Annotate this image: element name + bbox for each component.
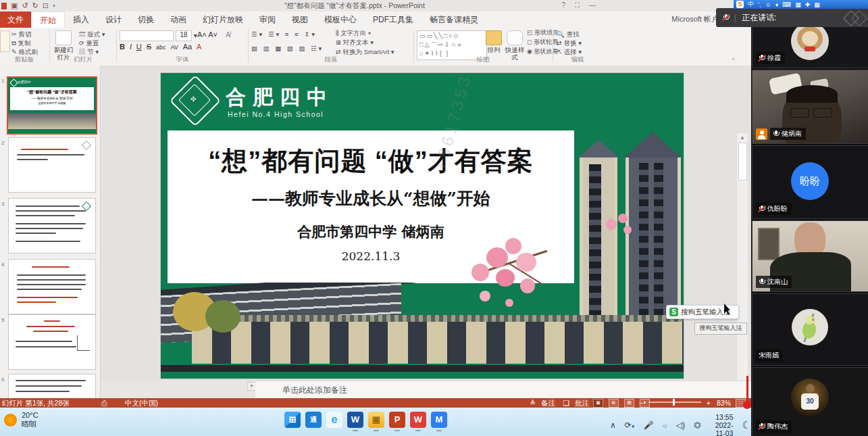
- thumbnail-slide-5[interactable]: [8, 314, 96, 370]
- ime-skin-icon[interactable]: ✚: [805, 1, 811, 8]
- wps-icon[interactable]: W: [410, 412, 426, 428]
- strikethrough-button[interactable]: S: [147, 43, 151, 51]
- thumbnail-slide-2[interactable]: [8, 137, 96, 193]
- file-explorer-icon[interactable]: ▣: [368, 412, 384, 428]
- find-button[interactable]: 🔍 查找: [557, 30, 580, 39]
- slide-thumbnail-pane[interactable]: 1 合肥四中 “想”都有问题 “做”才有答案 ——教师专业成长从“想做”开始 合…: [0, 66, 101, 398]
- notes-pane[interactable]: 单击此处添加备注: [255, 381, 751, 399]
- notes-toggle[interactable]: ≜备注: [530, 398, 555, 408]
- reset-button[interactable]: ⟳ 重置: [79, 39, 99, 47]
- tab-file[interactable]: 文件: [0, 11, 31, 28]
- bold-button[interactable]: B: [120, 43, 125, 51]
- participant-tile-taoweijie[interactable]: 30 陶伟杰: [752, 367, 868, 436]
- zoom-out-icon[interactable]: −: [639, 398, 643, 408]
- scroll-up-icon[interactable]: ▲: [737, 135, 748, 141]
- tab-changyan[interactable]: 畅言备课精灵: [422, 11, 486, 28]
- language-status[interactable]: 中文(中国): [125, 398, 158, 408]
- changyan-app-icon[interactable]: 通: [305, 412, 322, 428]
- tab-review[interactable]: 审阅: [251, 11, 284, 28]
- taskbar: 20°C晴朗 ⊞ 通 e W ▣ P W M ∧ ⟳● 🎤 ⌔ ◁) ⏣ 13:…: [0, 408, 751, 436]
- participant-tile-qiupanpan[interactable]: 盼盼 仇盼盼: [752, 145, 868, 219]
- slide-canvas[interactable]: ✣ 合肥四中 Hefei No.4 High School “想”都有问题 “做…: [161, 73, 684, 379]
- tab-slideshow[interactable]: 幻灯片放映: [195, 11, 251, 28]
- paste-button[interactable]: [0, 30, 10, 52]
- ime-voice-icon[interactable]: ♦: [775, 1, 779, 8]
- minimize-button[interactable]: —: [589, 1, 596, 9]
- accessibility-icon[interactable]: ⎙: [101, 398, 107, 408]
- microsoft-account[interactable]: Microsoft 帐户: [671, 14, 719, 24]
- ribbon-options-button[interactable]: ⛶: [575, 1, 580, 9]
- notes-placeholder[interactable]: 单击此处添加备注: [282, 385, 347, 396]
- thumbnail-slide-3[interactable]: [8, 198, 96, 253]
- tab-transitions[interactable]: 切换: [130, 11, 162, 28]
- ime-keyboard-icon[interactable]: ⌨: [782, 1, 791, 8]
- zoom-control[interactable]: − +: [639, 398, 711, 408]
- tab-design[interactable]: 设计: [97, 11, 130, 28]
- ime-mode-chinese[interactable]: 中: [748, 0, 754, 9]
- tab-home[interactable]: 开始: [31, 11, 65, 28]
- system-tray: ∧ ⟳● 🎤 ⌔ ◁) ⏣ 13:55 2022-11-03 ☾: [610, 413, 751, 436]
- shadow-button[interactable]: abc: [156, 44, 166, 51]
- tab-view[interactable]: 视图: [284, 11, 316, 28]
- ie-browser-icon[interactable]: e: [326, 412, 342, 428]
- collapse-ribbon-icon[interactable]: ⌃: [731, 57, 736, 64]
- participant-tile-shennanshan[interactable]: 沈南山: [752, 220, 868, 292]
- zoom-slider[interactable]: [648, 402, 701, 403]
- thumbnail-slide-4[interactable]: [8, 259, 96, 314]
- change-case-button[interactable]: Aa: [183, 43, 192, 51]
- hidden-icons-chevron[interactable]: ∧: [610, 420, 616, 430]
- participant-tile-chubingnan[interactable]: 储炳南: [752, 70, 868, 144]
- tab-template-center[interactable]: 模板中心: [316, 11, 365, 28]
- char-spacing-button[interactable]: AV: [170, 44, 178, 51]
- italic-button[interactable]: I: [130, 43, 132, 51]
- clock[interactable]: 13:55 2022-11-03: [710, 413, 734, 436]
- align-text-button[interactable]: ⊞ 对齐文本 ▾: [336, 38, 374, 47]
- normal-view-icon[interactable]: ▣: [593, 399, 603, 408]
- mic-tray-icon[interactable]: 🎤: [644, 420, 654, 430]
- ime-punctuation-icon[interactable]: ’,: [758, 1, 761, 8]
- copy-button[interactable]: ⧉ 复制: [11, 39, 30, 47]
- thumbnail-slide-6[interactable]: [8, 374, 96, 398]
- weather-desc: 晴朗: [22, 420, 39, 429]
- volume-icon[interactable]: ◁): [676, 420, 685, 430]
- grow-font-button[interactable]: A˄ A˅: [197, 30, 218, 39]
- tab-pdf-tools[interactable]: PDF工具集: [365, 11, 422, 28]
- arrange-button[interactable]: 排列: [485, 29, 503, 53]
- weather-widget[interactable]: 20°C晴朗: [4, 411, 39, 429]
- font-size-input[interactable]: 18 ▾: [176, 30, 197, 41]
- word-icon[interactable]: W: [347, 412, 363, 428]
- zoom-in-icon[interactable]: +: [707, 398, 711, 408]
- clear-format-button[interactable]: A̸: [226, 30, 230, 39]
- participant-tile-songyuyan[interactable]: 宋雨嫣: [752, 293, 868, 366]
- meeting-app-icon[interactable]: M: [431, 412, 447, 428]
- ime-toolbar[interactable]: S 中 ’, ☺ ♦ ⌨ ▦ ✚ ▩: [734, 0, 868, 9]
- reading-view-icon[interactable]: ▤: [624, 399, 634, 408]
- tab-animations[interactable]: 动画: [162, 11, 195, 28]
- slide-sorter-icon[interactable]: ⊞: [609, 399, 619, 408]
- layout-button[interactable]: ▤ 版式 ▾: [79, 30, 105, 39]
- align-buttons[interactable]: ▤ ▥ ▦ ▧ ▨ ☷▾: [251, 44, 324, 53]
- night-mode-icon[interactable]: ☾: [742, 419, 751, 431]
- sync-tray-icon[interactable]: ⟳●: [625, 420, 635, 430]
- text-direction-button[interactable]: ⫼ 文字方向 ▾: [336, 28, 371, 37]
- sogou-logo-icon[interactable]: S: [736, 1, 744, 8]
- zoom-level[interactable]: 83%: [717, 398, 731, 408]
- replace-button[interactable]: ⇄ 替换 ▾: [557, 39, 582, 47]
- wifi-icon[interactable]: ⌔: [663, 420, 667, 430]
- ime-grid-icon[interactable]: ▩: [814, 1, 820, 8]
- cut-button[interactable]: ✂ 剪切: [11, 30, 32, 39]
- ime-emoji-icon[interactable]: ☺: [765, 1, 771, 8]
- font-name-input[interactable]: [120, 30, 174, 41]
- thumbnail-slide-1[interactable]: 合肥四中 “想”都有问题 “做”才有答案 ——教师专业成长从“想做”开始 合肥市…: [7, 76, 97, 135]
- bullet-buttons[interactable]: ☰▾ ☰▾ ≡ ≡ ⇕▾: [251, 30, 317, 39]
- help-button[interactable]: ?: [561, 1, 565, 9]
- camera-tray-icon[interactable]: ⏣: [694, 420, 700, 430]
- ime-toolbox-icon[interactable]: ▦: [795, 1, 801, 8]
- tab-insert[interactable]: 插入: [65, 11, 97, 28]
- underline-button[interactable]: U: [136, 43, 142, 51]
- scrollbar-thumb[interactable]: [738, 143, 747, 180]
- comments-toggle[interactable]: ❏批注: [563, 398, 589, 408]
- font-color-button[interactable]: A: [197, 43, 201, 51]
- start-button[interactable]: ⊞: [284, 412, 301, 428]
- powerpoint-icon[interactable]: P: [389, 412, 405, 428]
